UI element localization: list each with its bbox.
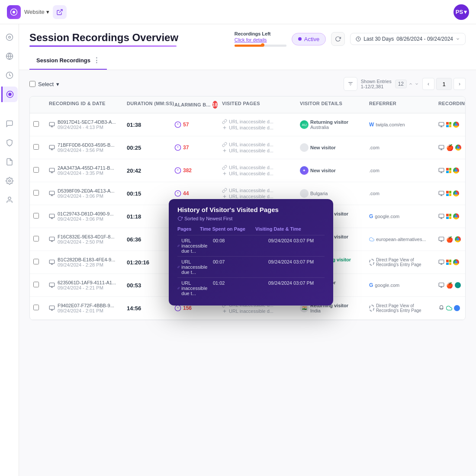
svg-line-2 — [59, 10, 62, 13]
row-checkbox[interactable] — [33, 121, 39, 127]
sidebar-item-home[interactable] — [2, 29, 17, 45]
row-checkbox[interactable] — [33, 305, 39, 310]
svg-point-4 — [8, 36, 10, 39]
header-actions: Recordings Left Click for details Active — [235, 31, 466, 47]
visited-pages-tooltip: History of Visitor's Visited Pages Sorte… — [169, 199, 333, 306]
per-page-selector: 12 — [395, 80, 419, 88]
th-checkbox — [30, 96, 45, 113]
sidebar-item-recordings[interactable] — [1, 87, 18, 102]
svg-rect-62 — [439, 214, 444, 218]
th-alarming: Alarming B... 18 — [171, 96, 219, 113]
sidebar-item-settings[interactable] — [2, 173, 17, 189]
select-control[interactable]: Select ▾ — [29, 81, 59, 87]
row-checkbox[interactable] — [33, 236, 39, 241]
recording-id: B0917D41-5EC7-4DB3-A... — [58, 119, 116, 125]
table-row: 71BFF0D8-6D03-4595-B... 09/24/2024 - 3:5… — [30, 136, 465, 159]
svg-rect-72 — [439, 237, 444, 241]
page-header: Session Recordings Overview Recordings L… — [19, 24, 476, 70]
app-logo — [7, 5, 21, 19]
svg-rect-46 — [49, 191, 55, 195]
tab-more-icon[interactable]: ⋮ — [93, 56, 100, 64]
svg-rect-86 — [49, 283, 55, 286]
row-checkbox[interactable] — [33, 213, 39, 219]
top-nav-left: Website ▾ — [7, 5, 67, 19]
table-row: B0917D41-5EC7-4DB3-A... 09/24/2024 - 4:1… — [30, 113, 465, 136]
th-visitor-details: Visitor Details — [296, 96, 366, 113]
shown-entries: Shown Entries 1-12/2,381 — [361, 79, 392, 89]
svg-point-11 — [8, 197, 11, 199]
tab-session-recordings[interactable]: Session Recordings ⋮ — [29, 52, 107, 70]
top-nav: Website ▾ PS ▾ — [0, 0, 476, 24]
th-referrer: Referrer — [366, 96, 435, 113]
svg-rect-32 — [439, 145, 444, 149]
sidebar-item-globe[interactable] — [2, 48, 17, 64]
workspace-dropdown[interactable]: Website ▾ — [24, 9, 49, 15]
svg-point-1 — [13, 11, 15, 13]
recordings-bar — [235, 45, 286, 47]
row-checkbox[interactable] — [33, 259, 39, 264]
svg-rect-36 — [49, 168, 55, 172]
svg-rect-16 — [49, 122, 55, 126]
table-row: 2AA3473A-455D-4711-B... 09/24/2024 - 3:3… — [30, 159, 465, 182]
select-checkbox[interactable] — [29, 81, 35, 87]
row-checkbox[interactable] — [33, 190, 39, 196]
tooltip-title: History of Visitor's Visited Pages — [177, 206, 325, 213]
tabs: Session Recordings ⋮ — [29, 52, 466, 70]
filter-button[interactable] — [344, 77, 357, 91]
user-avatar[interactable]: PS ▾ — [453, 4, 469, 20]
sidebar-item-file[interactable] — [2, 154, 17, 170]
page-input[interactable] — [436, 78, 452, 90]
svg-point-9 — [9, 93, 11, 96]
prev-page-button[interactable]: ‹ — [422, 78, 434, 90]
th-duration: Duration (mm:ss) — [123, 96, 171, 113]
active-dot — [298, 37, 302, 41]
svg-rect-56 — [49, 214, 55, 218]
sidebar-item-shield[interactable] — [2, 135, 17, 151]
row-checkbox[interactable] — [33, 144, 39, 150]
svg-point-3 — [6, 34, 13, 41]
svg-point-10 — [8, 180, 10, 182]
tooltip-subtitle: Sorted by Newest First — [177, 216, 325, 221]
right-controls: Shown Entries 1-12/2,381 12 ‹ › — [344, 77, 466, 91]
svg-rect-92 — [439, 283, 444, 286]
row-checkbox[interactable] — [33, 167, 39, 173]
th-visited-pages: Visited Pages — [219, 96, 296, 113]
refresh-button[interactable] — [331, 32, 345, 46]
sidebar-item-chat[interactable] — [2, 116, 17, 132]
date-range-button[interactable]: Last 30 Days 08/26/2024 - 09/24/2024 — [350, 33, 466, 45]
tooltip-row: URL inaccessible due t... 01:02 09/24/20… — [177, 277, 325, 299]
table-header: Recording ID & Date Duration (mm:ss) Ala… — [30, 96, 465, 113]
next-page-button[interactable]: › — [453, 78, 466, 90]
sidebar-item-user[interactable] — [2, 192, 17, 208]
tooltip-row: URL inaccessible due t... 00:07 09/24/20… — [177, 256, 325, 277]
tooltip-header: Pages Time Spent on Page Visiting Date &… — [177, 226, 325, 232]
th-recording-id: Recording ID & Date — [45, 96, 123, 113]
sidebar-item-clock[interactable] — [2, 68, 17, 83]
svg-rect-82 — [439, 260, 444, 264]
page-header-top: Session Recordings Overview Recordings L… — [29, 31, 466, 47]
th-recording-details: Recording Details — [435, 96, 466, 113]
recording-date: 09/24/2024 - 4:13 PM — [58, 125, 116, 130]
svg-rect-52 — [439, 191, 444, 195]
tooltip-row: URL inaccessible due t... 00:08 09/24/20… — [177, 235, 325, 256]
page-title: Session Recordings Overview — [29, 32, 178, 47]
svg-rect-42 — [439, 168, 444, 172]
active-button[interactable]: Active — [292, 33, 326, 45]
svg-rect-22 — [439, 122, 444, 126]
svg-rect-76 — [49, 260, 55, 264]
table-controls: Select ▾ Shown Entries 1-12/2,381 12 — [29, 77, 466, 91]
svg-rect-26 — [49, 145, 55, 149]
recordings-left-link[interactable]: Click for details — [235, 37, 286, 42]
pagination: ‹ › — [422, 78, 466, 90]
svg-rect-96 — [49, 306, 55, 309]
chevron-down-icon: ▾ — [46, 9, 49, 15]
external-link-icon[interactable] — [53, 5, 67, 19]
recordings-left-section: Recordings Left Click for details — [235, 31, 286, 47]
sidebar — [0, 24, 19, 476]
svg-rect-66 — [49, 237, 55, 241]
row-checkbox[interactable] — [33, 282, 39, 287]
